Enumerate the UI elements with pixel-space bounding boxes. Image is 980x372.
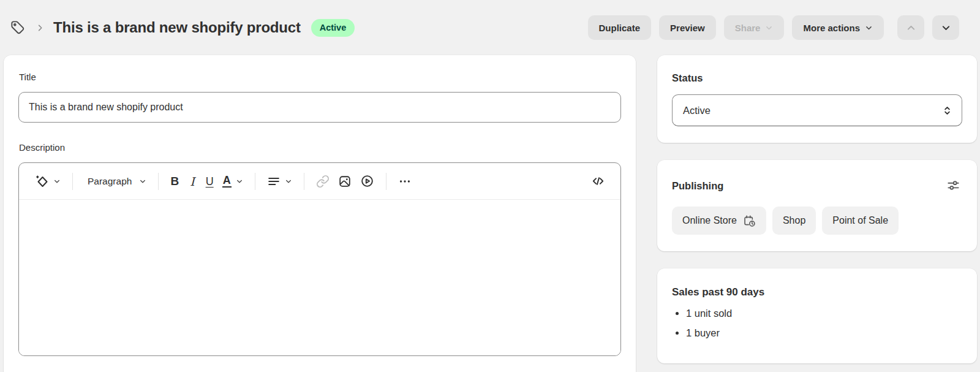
publishing-card: Publishing Online Store [657,160,977,251]
image-icon [338,175,352,188]
chevron-down-icon [236,178,243,185]
align-left-icon [267,175,281,188]
description-editor: Paragraph B I U A [18,162,621,356]
description-label: Description [19,142,621,153]
duplicate-button[interactable]: Duplicate [588,15,652,40]
code-icon [591,174,605,188]
sales-item-units: 1 unit sold [686,308,962,319]
insert-image-button[interactable] [334,171,356,192]
title-label: Title [19,71,621,83]
share-button: Share [724,15,785,40]
page-header: This is a brand new shopify product Acti… [0,0,980,55]
description-textarea[interactable] [19,199,620,355]
editor-toolbar: Paragraph B I U A [19,163,620,199]
video-icon [360,174,374,188]
chevron-down-icon [941,23,951,33]
toolbar-divider [304,173,304,190]
ai-generate-button[interactable] [30,170,65,192]
sidebar: Status Active Publishing [657,55,977,363]
status-select[interactable]: Active [672,94,962,126]
chevron-down-icon [139,178,146,185]
chevron-up-icon [906,23,916,33]
toolbar-divider [158,173,159,190]
previous-product-button [897,15,924,40]
preview-button[interactable]: Preview [659,15,716,40]
sales-list: 1 unit sold 1 buyer [672,308,962,339]
text-color-button[interactable]: A [218,171,247,191]
updown-caret-icon [941,105,953,116]
insert-link-button [312,171,334,192]
italic-button[interactable]: I [183,172,202,191]
more-formatting-button[interactable] [394,171,416,192]
italic-icon: I [187,175,197,188]
calendar-clock-icon [743,214,756,227]
share-button-label: Share [735,23,761,33]
underline-button[interactable]: U [202,172,218,191]
channel-label: Shop [783,215,805,226]
more-actions-label: More actions [803,23,860,33]
chevron-down-icon [285,178,292,185]
sales-heading: Sales past 90 days [672,286,962,298]
more-actions-button[interactable]: More actions [792,15,884,40]
show-html-button[interactable] [587,170,609,192]
bold-button[interactable]: B [166,172,183,191]
toolbar-divider [72,173,73,190]
ai-sparkle-icon [34,174,49,189]
status-badge: Active [311,19,355,37]
content-layout: Title Description Paragraph [0,55,980,372]
header-actions: Duplicate Preview Share More actions [588,15,959,40]
status-select-value: Active [683,105,710,116]
chevron-down-icon [865,24,873,32]
title-input[interactable] [18,92,621,123]
status-card: Status Active [657,55,977,143]
channel-label: Point of Sale [832,215,888,226]
underline-icon: U [206,175,214,188]
page-title: This is a brand new shopify product [53,19,301,36]
publishing-heading: Publishing [672,180,723,192]
paragraph-style-dropdown[interactable]: Paragraph [80,172,151,191]
next-product-button[interactable] [932,15,959,40]
product-details-card: Title Description Paragraph [4,55,636,372]
text-color-icon: A [222,175,232,188]
sales-item-buyers: 1 buyer [686,327,962,339]
channel-label: Online Store [682,215,737,226]
more-dots-icon [398,175,412,188]
tag-icon [10,20,26,36]
chevron-right-icon [36,23,45,32]
chevron-down-icon [765,24,773,32]
channel-shop[interactable]: Shop [772,207,816,235]
channel-point-of-sale[interactable]: Point of Sale [822,207,899,235]
manage-publishing-button[interactable] [944,177,962,194]
chevron-down-icon [53,178,61,185]
insert-video-button[interactable] [356,170,379,192]
channel-online-store[interactable]: Online Store [672,207,766,235]
product-pager [897,15,959,40]
publishing-header: Publishing [672,177,962,194]
toolbar-divider [386,173,386,190]
publishing-channels: Online Store Shop Point of Sale [672,207,962,235]
paragraph-style-label: Paragraph [85,176,135,187]
status-heading: Status [672,72,962,84]
sales-card: Sales past 90 days 1 unit sold 1 buyer [657,268,977,363]
sliders-icon [946,178,960,192]
breadcrumb-products-button[interactable] [6,16,29,39]
alignment-button[interactable] [263,171,296,192]
bold-icon: B [170,175,179,188]
breadcrumb: This is a brand new shopify product Acti… [6,16,588,39]
link-icon [316,175,330,188]
toolbar-divider [255,173,255,190]
